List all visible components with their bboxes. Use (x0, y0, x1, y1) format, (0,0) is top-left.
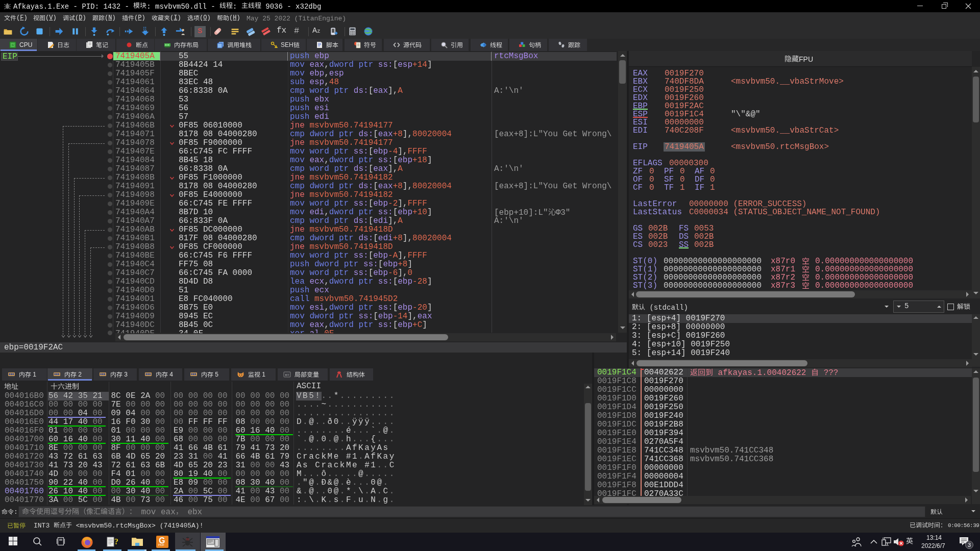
svg-text:32: 32 (11, 43, 14, 46)
svg-text:!: ! (276, 45, 276, 48)
svg-text:32: 32 (186, 538, 189, 541)
svg-text:?: ? (114, 537, 118, 546)
svg-text:x=: x= (285, 373, 289, 377)
